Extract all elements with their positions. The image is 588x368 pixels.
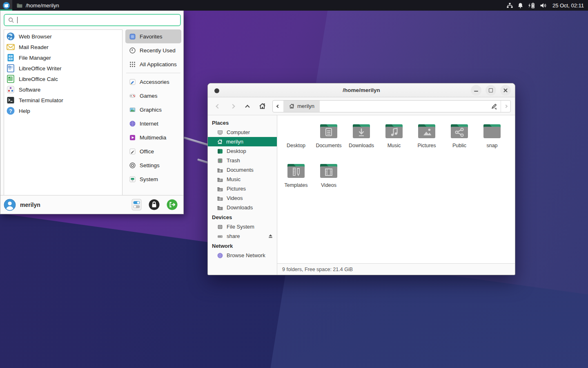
path-scroll-left-button[interactable] (273, 101, 283, 112)
sidebar-item-computer[interactable]: Computer (208, 128, 277, 137)
file-item-snap[interactable]: snap (476, 120, 508, 160)
status-bar: 9 folders, Free space: 21.4 GiB (277, 263, 515, 275)
app-item-libreoffice-calc[interactable]: LibreOffice Calc (4, 74, 122, 84)
settings-toggles-icon[interactable] (131, 199, 142, 211)
sidebar-item-browse-network[interactable]: Browse Network (208, 251, 277, 260)
whisker-menu: Web Browser Mail Reader File Manager (0, 11, 184, 214)
sidebar-item-pictures[interactable]: Pictures (208, 184, 277, 193)
category-office[interactable]: Office (125, 144, 181, 158)
network-icon[interactable] (506, 2, 513, 9)
file-label: Desktop (287, 143, 305, 148)
app-item-mail-reader[interactable]: Mail Reader (4, 42, 122, 52)
log-out-icon[interactable] (167, 199, 178, 210)
app-item-terminal-emulator[interactable]: Terminal Emulator (4, 95, 122, 105)
notifications-icon[interactable] (517, 2, 523, 9)
category-multimedia[interactable]: Multimedia (125, 130, 181, 144)
window-menu-icon[interactable] (214, 88, 219, 93)
music-folder-icon (217, 176, 223, 183)
eject-icon[interactable] (268, 233, 273, 239)
lock-screen-icon[interactable] (149, 199, 160, 210)
grid-icon (129, 61, 136, 68)
favorites-list: Web Browser Mail Reader File Manager (4, 29, 122, 196)
sidebar-item-downloads[interactable]: Downloads (208, 203, 277, 212)
folder-icon (16, 2, 23, 9)
session-actions (131, 199, 180, 211)
path-bar[interactable]: merilyn (272, 100, 511, 112)
music-folder-icon (384, 121, 404, 141)
app-menu-button[interactable] (0, 0, 12, 11)
file-item-desktop[interactable]: Desktop (280, 120, 312, 160)
app-item-label: Web Browser (19, 34, 52, 40)
breadcrumb[interactable]: merilyn (283, 101, 320, 112)
documents-folder-icon (319, 121, 339, 141)
sidebar-item-videos[interactable]: Videos (208, 193, 277, 203)
category-games[interactable]: Games (125, 89, 181, 103)
battery-icon[interactable] (528, 2, 536, 9)
trash-icon (217, 157, 223, 164)
chevron-up-icon (245, 105, 249, 109)
home-button[interactable] (256, 100, 268, 112)
app-item-help[interactable]: ? Help (4, 105, 122, 116)
category-settings[interactable]: Settings (125, 158, 181, 172)
chevron-right-icon (504, 104, 507, 108)
category-all-applications[interactable]: All Applications (125, 57, 181, 71)
search-input[interactable] (20, 17, 176, 23)
sidebar-item-documents[interactable]: Documents (208, 165, 277, 175)
sidebar-item-trash[interactable]: Trash (208, 156, 277, 165)
titlebar[interactable]: /home/merilyn (208, 83, 515, 97)
back-button[interactable] (212, 100, 224, 112)
file-item-downloads[interactable]: Downloads (345, 120, 378, 160)
category-internet[interactable]: Internet (125, 117, 181, 130)
path-scroll-right-button[interactable] (501, 101, 510, 112)
app-item-label: LibreOffice Writer (19, 65, 62, 72)
volume-icon[interactable] (540, 2, 547, 9)
file-item-pictures[interactable]: Pictures (410, 120, 443, 160)
category-accessories[interactable]: Accessories (125, 75, 181, 89)
favorites-icon (129, 33, 136, 40)
clock-icon (129, 47, 136, 54)
category-label: Settings (140, 162, 160, 168)
edit-path-button[interactable] (488, 103, 501, 110)
removable-drive-icon (217, 233, 223, 240)
search-box[interactable] (4, 14, 181, 26)
forward-button[interactable] (227, 100, 239, 112)
file-label: snap (486, 143, 497, 148)
graphics-icon (129, 106, 136, 113)
username: merilyn (20, 202, 40, 208)
file-label: Videos (321, 182, 336, 188)
up-button[interactable] (241, 100, 254, 112)
videos-folder-icon (217, 195, 223, 202)
sidebar-item-share[interactable]: share (208, 231, 277, 241)
app-item-web-browser[interactable]: Web Browser (4, 31, 122, 42)
category-graphics[interactable]: Graphics (125, 103, 181, 117)
sidebar-item-file-system[interactable]: File System (208, 222, 277, 231)
close-button[interactable] (500, 85, 511, 96)
file-item-documents[interactable]: Documents (312, 120, 345, 160)
sidebar-item-label: Computer (227, 129, 250, 135)
category-label: Graphics (140, 107, 162, 113)
software-icon (6, 85, 15, 94)
clock[interactable]: 25 Oct, 02:11 (552, 2, 584, 9)
maximize-button[interactable] (486, 85, 496, 96)
menu-active-underline (0, 9, 12, 11)
category-system[interactable]: System (125, 172, 181, 186)
file-grid[interactable]: Desktop Documents Downloads Music Pictur… (277, 115, 515, 263)
minimize-button[interactable] (471, 85, 481, 96)
taskbar-window-button[interactable]: /home/merilyn (12, 0, 63, 11)
file-item-templates[interactable]: Templates (280, 160, 312, 200)
category-favorites[interactable]: Favorites (125, 29, 181, 43)
category-recently-used[interactable]: Recently Used (125, 43, 181, 57)
avatar[interactable] (4, 199, 16, 211)
sidebar-item-desktop[interactable]: Desktop (208, 146, 277, 156)
sidebar-item-music[interactable]: Music (208, 175, 277, 184)
file-item-videos[interactable]: Videos (312, 160, 345, 200)
file-item-music[interactable]: Music (378, 120, 410, 160)
help-icon: ? (6, 106, 15, 115)
app-item-file-manager[interactable]: File Manager (4, 52, 122, 63)
app-item-libreoffice-writer[interactable]: LibreOffice Writer (4, 63, 122, 74)
file-item-public[interactable]: Public (443, 120, 476, 160)
app-item-software[interactable]: Software (4, 84, 122, 95)
sidebar-item-home[interactable]: merilyn (208, 137, 277, 146)
category-label: Office (140, 148, 154, 155)
libreoffice-writer-icon (6, 64, 15, 73)
